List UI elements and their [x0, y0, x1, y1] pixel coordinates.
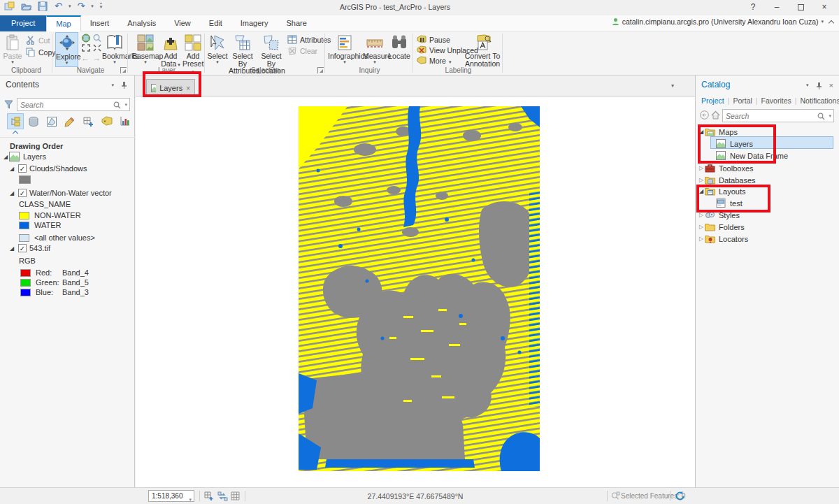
- visibility-checkbox[interactable]: ✓: [18, 164, 27, 173]
- search-icon[interactable]: [113, 101, 121, 109]
- explore-button[interactable]: Explore: [55, 32, 78, 67]
- clouds-color-swatch[interactable]: [19, 175, 31, 184]
- list-by-drawing-order-button[interactable]: [7, 113, 24, 129]
- snapping-toggle-icon[interactable]: [204, 491, 214, 501]
- list-by-labeling-button[interactable]: [98, 113, 115, 129]
- legend-water-row[interactable]: WATER: [0, 219, 134, 231]
- undo-icon[interactable]: ↶: [55, 1, 62, 11]
- collapsed-icon[interactable]: ▷: [698, 177, 705, 183]
- redo-icon[interactable]: ↷: [77, 1, 85, 11]
- tab-share[interactable]: Share: [278, 15, 316, 31]
- expand-icon[interactable]: ◢: [2, 154, 9, 160]
- tab-project[interactable]: Project: [0, 15, 46, 31]
- collapsed-icon[interactable]: ▷: [698, 165, 705, 171]
- catalog-menu-icon[interactable]: ▾: [806, 82, 809, 88]
- close-button[interactable]: ×: [812, 0, 836, 15]
- paste-button[interactable]: Paste: [1, 32, 24, 67]
- add-preset-button[interactable]: Add Preset: [182, 32, 203, 67]
- locate-button[interactable]: Locate: [387, 32, 411, 67]
- catalog-item-locators[interactable]: ▷ Locators: [695, 233, 838, 245]
- fixed-zoom-icon[interactable]: [92, 34, 102, 43]
- green-band-swatch[interactable]: [20, 279, 31, 287]
- clear-button[interactable]: Clear: [287, 45, 317, 56]
- legend-blue-band-row[interactable]: Blue: Band_3: [0, 287, 134, 298]
- navigate-dialog-launcher[interactable]: [120, 67, 127, 73]
- full-extent-icon[interactable]: [81, 34, 91, 43]
- refresh-icon[interactable]: [675, 491, 685, 501]
- save-project-icon[interactable]: [38, 1, 48, 11]
- coordinate-system-icon[interactable]: [217, 491, 228, 501]
- expand-icon[interactable]: ◢: [8, 190, 15, 196]
- list-by-selection-button[interactable]: [43, 113, 60, 129]
- filter-icon[interactable]: [4, 100, 13, 109]
- search-icon[interactable]: [817, 113, 825, 120]
- layer-group-layers[interactable]: ◢ Layers: [0, 151, 134, 162]
- basemap-button[interactable]: Basemap: [132, 32, 159, 67]
- layer-543-tif[interactable]: ◢ ✓ 543.tif: [0, 243, 134, 254]
- add-data-button[interactable]: Add Data: [160, 32, 181, 67]
- undo-dropdown-icon[interactable]: ▾: [69, 3, 71, 9]
- redo-dropdown-icon[interactable]: ▾: [91, 3, 94, 9]
- zoom-selection-icon[interactable]: [81, 43, 91, 52]
- catalog-item-toolboxes[interactable]: ▷ Toolboxes: [695, 162, 838, 174]
- visibility-checkbox[interactable]: ✓: [18, 189, 27, 197]
- back-icon[interactable]: [700, 110, 709, 120]
- selection-dialog-launcher[interactable]: [317, 67, 324, 73]
- convert-to-annotation-button[interactable]: Convert To Annotation: [464, 32, 501, 67]
- restore-button[interactable]: [789, 0, 812, 15]
- home-icon[interactable]: [711, 110, 720, 120]
- non-water-swatch[interactable]: [19, 212, 29, 219]
- select-by-location-button[interactable]: Select By Location: [257, 32, 285, 67]
- other-values-swatch[interactable]: [19, 234, 29, 242]
- catalog-tab-portal[interactable]: Portal: [733, 96, 752, 105]
- catalog-tab-project[interactable]: Project: [701, 96, 724, 105]
- more-labeling-button[interactable]: More: [417, 55, 451, 66]
- select-button[interactable]: Select: [207, 32, 228, 67]
- tab-view[interactable]: View: [165, 15, 200, 31]
- water-swatch[interactable]: [19, 222, 29, 229]
- tab-insert[interactable]: Insert: [81, 15, 119, 31]
- pin-icon[interactable]: [816, 82, 822, 89]
- cut-button[interactable]: Cut: [26, 35, 50, 45]
- catalog-search-input[interactable]: [726, 110, 815, 121]
- search-options-icon[interactable]: ▾: [829, 113, 831, 119]
- map-scale-select[interactable]: 1:518,360 ▾: [148, 490, 194, 502]
- blue-band-swatch[interactable]: [20, 289, 31, 296]
- tab-map[interactable]: Map: [46, 15, 80, 31]
- tab-edit[interactable]: Edit: [200, 15, 231, 31]
- pause-labeling-button[interactable]: Pause: [417, 34, 450, 45]
- list-by-data-source-button[interactable]: [25, 113, 42, 129]
- contents-search-input[interactable]: [20, 99, 111, 110]
- pin-icon[interactable]: [121, 81, 127, 89]
- visibility-checkbox[interactable]: ✓: [18, 244, 27, 252]
- tab-analysis[interactable]: Analysis: [118, 15, 165, 31]
- layer-clouds-shadows[interactable]: ◢ ✓ Clouds/Shadows: [0, 163, 134, 174]
- expand-icon[interactable]: ◢: [8, 245, 15, 252]
- customize-qat-icon[interactable]: ▾: [100, 3, 103, 10]
- zoom-extent-icon[interactable]: [92, 43, 102, 52]
- catalog-tab-favorites[interactable]: Favorites: [761, 96, 791, 105]
- tab-list-dropdown-icon[interactable]: ▾: [671, 82, 674, 89]
- bookmarks-button[interactable]: Bookmarks: [102, 32, 127, 67]
- map-canvas[interactable]: [136, 96, 695, 487]
- list-by-charts-button[interactable]: [116, 113, 133, 129]
- map-coordinates[interactable]: 27.4409193°E 47.6675489°N: [275, 492, 555, 501]
- red-band-swatch[interactable]: [20, 269, 31, 277]
- infographics-button[interactable]: Infographics: [328, 32, 361, 67]
- minimize-button[interactable]: –: [765, 0, 789, 15]
- new-project-icon[interactable]: [4, 1, 15, 11]
- measure-button[interactable]: Measure: [363, 32, 387, 67]
- account-menu[interactable]: catalin.cimpianu.arcgis.pro (University …: [612, 17, 824, 26]
- legend-other-values-row[interactable]: <all other values>: [0, 232, 134, 243]
- close-panel-icon[interactable]: ×: [829, 81, 833, 89]
- search-options-icon[interactable]: ▾: [124, 102, 127, 108]
- list-by-snapping-button[interactable]: [80, 113, 96, 129]
- previous-extent-icon[interactable]: ←: [81, 53, 89, 63]
- collapsed-icon[interactable]: ▷: [698, 236, 705, 242]
- help-button[interactable]: ?: [741, 0, 765, 15]
- tab-imagery[interactable]: Imagery: [231, 15, 278, 31]
- list-by-editing-button[interactable]: [62, 113, 78, 129]
- catalog-tab-notifications[interactable]: Notifications*: [801, 96, 839, 105]
- catalog-item-folders[interactable]: ▷ Folders: [695, 221, 838, 233]
- next-extent-icon[interactable]: ←: [92, 53, 101, 63]
